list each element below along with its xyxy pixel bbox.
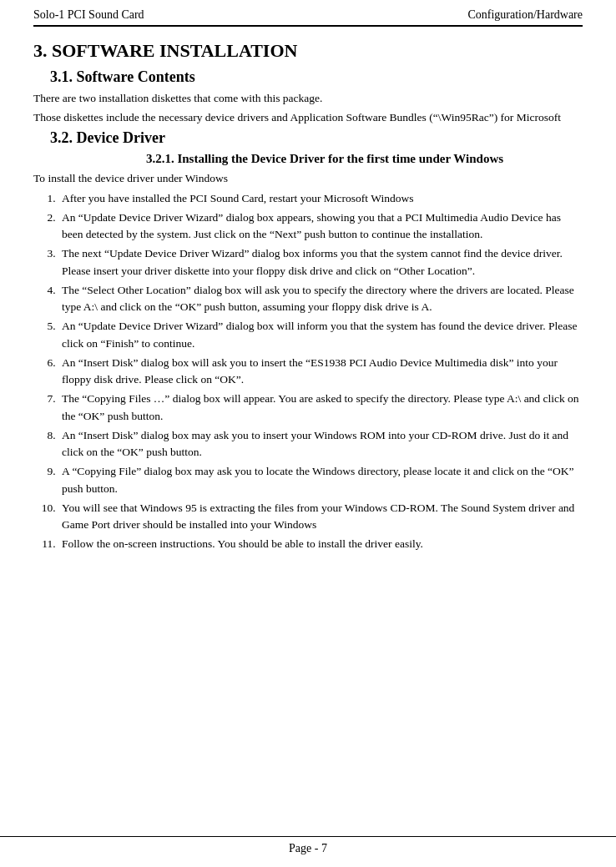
subsubsection-3-2-1-title: 3.2.1. Installing the Device Driver for … bbox=[67, 152, 583, 166]
page-footer: Page - 7 bbox=[0, 836, 616, 855]
page-container: Solo-1 PCI Sound Card Configuration/Hard… bbox=[0, 0, 616, 867]
subsection-3-1-title: 3.1. Software Contents bbox=[50, 68, 583, 86]
section3-title: 3. SOFTWARE INSTALLATION bbox=[33, 40, 583, 62]
list-item: An “Update Device Driver Wizard” dialog … bbox=[58, 318, 583, 352]
list-item: An “Update Device Driver Wizard” dialog … bbox=[58, 209, 583, 244]
list-item: The “Select Other Location” dialog box w… bbox=[58, 282, 583, 316]
header-title-left: Solo-1 PCI Sound Card bbox=[33, 8, 144, 22]
list-item: You will see that Windows 95 is extracti… bbox=[58, 500, 583, 534]
sub1-para1: There are two installation diskettes tha… bbox=[33, 91, 583, 107]
list-item: After you have installed the PCI Sound C… bbox=[58, 190, 583, 207]
sub1-para2: Those diskettes include the necessary de… bbox=[33, 110, 583, 126]
sub2-intro: To install the device driver under Windo… bbox=[33, 171, 583, 187]
list-item: An “Insert Disk” dialog box will ask you… bbox=[58, 355, 583, 389]
page-header: Solo-1 PCI Sound Card Configuration/Hard… bbox=[33, 8, 583, 27]
list-item: The next “Update Device Driver Wizard” d… bbox=[58, 245, 583, 280]
list-item: An “Insert Disk” dialog box may ask you … bbox=[58, 427, 583, 461]
page-number: Page - 7 bbox=[289, 842, 327, 854]
list-item: A “Copying File” dialog box may ask you … bbox=[58, 463, 583, 497]
steps-list: After you have installed the PCI Sound C… bbox=[58, 190, 583, 553]
subsection-3-2-title: 3.2. Device Driver bbox=[50, 129, 583, 147]
list-item: Follow the on-screen instructions. You s… bbox=[58, 536, 583, 552]
list-item: The “Copying Files …” dialog box will ap… bbox=[58, 391, 583, 425]
header-title-right: Configuration/Hardware bbox=[467, 8, 583, 22]
